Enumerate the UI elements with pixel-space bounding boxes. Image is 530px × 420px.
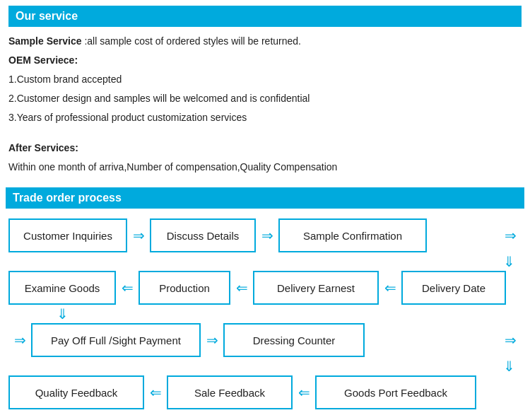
- discuss-details-box: Discuss Details: [150, 218, 256, 252]
- sample-confirmation-box: Sample Confirmation: [278, 218, 427, 252]
- quality-feedback-box: Quality Feedback: [8, 375, 144, 409]
- sale-feedback-box: Sale Feedback: [167, 375, 293, 409]
- arrow-left-3: [379, 279, 401, 296]
- between-2-3: [6, 305, 524, 323]
- arrow-right-1: [127, 227, 150, 244]
- arrow-left-4: [144, 384, 167, 401]
- arrow-down-2: [8, 304, 116, 324]
- arrow-left-1: [116, 279, 139, 296]
- delivery-earnest-box: Delivery Earnest: [253, 271, 379, 305]
- production-box: Production: [139, 271, 230, 305]
- after-text: Within one month of arriva,Number of com…: [8, 160, 522, 175]
- service-header: Our service: [8, 6, 522, 27]
- sample-label: Sample Service: [8, 35, 82, 47]
- flow-row-2: Examine Goods Production Delivery Earnes…: [6, 271, 524, 305]
- arrow-down-3: [496, 356, 522, 376]
- payoff-box: Pay Off Full /Sight Payment: [31, 323, 201, 357]
- between-1-2: [6, 252, 524, 271]
- arrow-corner-3: [499, 332, 522, 349]
- arrow-right-3: [201, 332, 223, 349]
- arrow-corner-1: [499, 227, 522, 244]
- sample-service-line: Sample Service :all sample cost of order…: [8, 34, 522, 49]
- flow-row-3: Pay Off Full /Sight Payment Dressing Cou…: [6, 323, 524, 357]
- oem-label: OEM Serviece:: [8, 53, 522, 68]
- oem-item-3: 3.Years of professional product customiz…: [8, 110, 522, 125]
- between-3-4: [6, 357, 524, 375]
- service-section: Our service Sample Service :all sample c…: [0, 0, 530, 187]
- examine-goods-box: Examine Goods: [8, 271, 116, 305]
- customer-inquiries-box: Customer Inquiries: [8, 218, 127, 252]
- arrow-left-5: [293, 384, 315, 401]
- arrow-corner-2: [8, 332, 31, 349]
- flow-row-4: Quality Feedback Sale Feedback Goods Por…: [6, 375, 524, 409]
- arrow-left-2: [230, 279, 253, 296]
- oem-item-1: 1.Custom brand accepted: [8, 72, 522, 87]
- sample-text: :all sample cost of ordered styles will …: [82, 35, 301, 47]
- delivery-date-box: Delivery Date: [401, 271, 506, 305]
- arrow-down-1: [496, 252, 522, 272]
- flow-diagram: Customer Inquiries Discuss Details Sampl…: [6, 218, 524, 409]
- oem-item-2: 2.Customer design and samples will be we…: [8, 91, 522, 106]
- dressing-counter-box: Dressing Counter: [223, 323, 365, 357]
- process-section: Trade order process Customer Inquiries D…: [0, 187, 530, 418]
- after-label: After Services:: [8, 141, 522, 156]
- goods-port-feedback-box: Goods Port Feedback: [315, 375, 476, 409]
- flow-row-1: Customer Inquiries Discuss Details Sampl…: [6, 218, 524, 252]
- arrow-right-2: [256, 227, 278, 244]
- process-header: Trade order process: [6, 187, 524, 209]
